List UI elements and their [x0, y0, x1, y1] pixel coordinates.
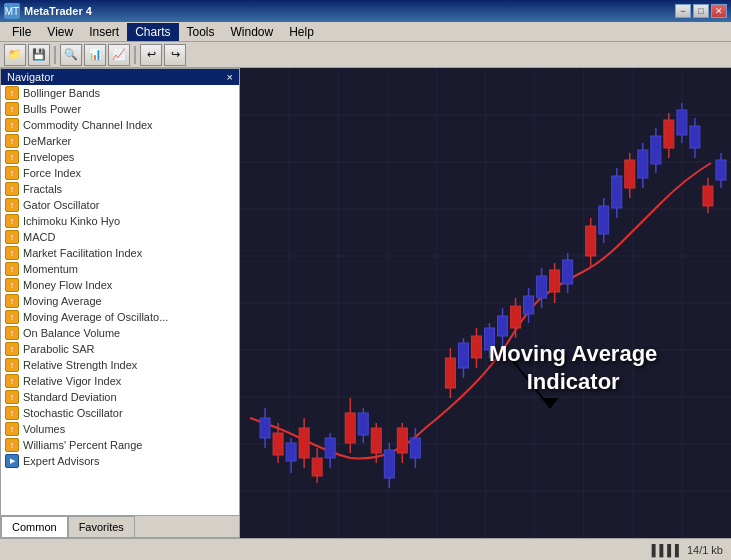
- svg-rect-54: [511, 306, 521, 328]
- tab-common[interactable]: Common: [1, 516, 68, 538]
- list-item[interactable]: f Momentum: [1, 261, 239, 277]
- svg-rect-76: [664, 120, 674, 148]
- list-item[interactable]: f Bollinger Bands: [1, 85, 239, 101]
- maximize-button[interactable]: □: [693, 4, 709, 18]
- chart-svg: [240, 68, 731, 538]
- status-bar: ▐▐▐▐ 14/1 kb: [0, 538, 731, 560]
- toolbar-btn-2[interactable]: 💾: [28, 44, 50, 66]
- indicator-label: Williams' Percent Range: [23, 439, 142, 451]
- indicator-label: Relative Strength Index: [23, 359, 137, 371]
- indicator-icon: f: [5, 86, 19, 100]
- list-item[interactable]: f On Balance Volume: [1, 325, 239, 341]
- menu-view[interactable]: View: [39, 23, 81, 41]
- list-item[interactable]: ▶ Expert Advisors: [1, 453, 239, 469]
- svg-rect-40: [397, 428, 407, 453]
- toolbar-btn-6[interactable]: ↩: [140, 44, 162, 66]
- list-item[interactable]: f Commodity Channel Index: [1, 117, 239, 133]
- minimize-button[interactable]: −: [675, 4, 691, 18]
- svg-rect-46: [458, 343, 468, 368]
- menu-charts[interactable]: Charts: [127, 23, 178, 41]
- toolbar-btn-4[interactable]: 📊: [84, 44, 106, 66]
- indicator-icon: f: [5, 326, 19, 340]
- list-item[interactable]: f Williams' Percent Range: [1, 437, 239, 453]
- list-item[interactable]: f Standard Deviation: [1, 389, 239, 405]
- list-item[interactable]: f Money Flow Index: [1, 277, 239, 293]
- list-item[interactable]: f Parabolic SAR: [1, 341, 239, 357]
- tab-favorites[interactable]: Favorites: [68, 516, 135, 537]
- list-item[interactable]: f Bulls Power: [1, 101, 239, 117]
- navigator-list[interactable]: f Bollinger Bands f Bulls Power f Commod…: [1, 85, 239, 515]
- list-item[interactable]: f Ichimoku Kinko Hyo: [1, 213, 239, 229]
- status-kb-label: 14/1 kb: [687, 544, 723, 556]
- list-item[interactable]: f Relative Strength Index: [1, 357, 239, 373]
- indicator-icon: f: [5, 390, 19, 404]
- menu-bar: File View Insert Charts Tools Window Hel…: [0, 22, 731, 42]
- menu-help[interactable]: Help: [281, 23, 322, 41]
- list-item[interactable]: f Stochastic Oscillator: [1, 405, 239, 421]
- toolbar-btn-5[interactable]: 📈: [108, 44, 130, 66]
- folder-icon: ▶: [5, 454, 19, 468]
- menu-insert[interactable]: Insert: [81, 23, 127, 41]
- svg-rect-62: [563, 260, 573, 284]
- indicator-icon: f: [5, 182, 19, 196]
- indicator-label: Market Facilitation Index: [23, 247, 142, 259]
- toolbar-btn-3[interactable]: 🔍: [60, 44, 82, 66]
- indicator-icon: f: [5, 294, 19, 308]
- list-item[interactable]: f Moving Average: [1, 293, 239, 309]
- svg-rect-28: [312, 458, 322, 476]
- indicator-label: Relative Vigor Index: [23, 375, 121, 387]
- chart-annotation: Moving Average Indicator: [489, 340, 657, 397]
- svg-rect-60: [550, 270, 560, 292]
- list-item[interactable]: f Relative Vigor Index: [1, 373, 239, 389]
- navigator-close-button[interactable]: ×: [227, 71, 233, 83]
- menu-window[interactable]: Window: [223, 23, 282, 41]
- list-item[interactable]: f Moving Average of Oscillato...: [1, 309, 239, 325]
- svg-rect-70: [625, 160, 635, 188]
- indicator-icon: f: [5, 134, 19, 148]
- svg-rect-78: [677, 110, 687, 135]
- indicator-icon: f: [5, 278, 19, 292]
- menu-file[interactable]: File: [4, 23, 39, 41]
- navigator-panel: Navigator × f Bollinger Bands f Bulls Po…: [0, 68, 240, 538]
- svg-rect-24: [286, 443, 296, 461]
- indicator-label: Parabolic SAR: [23, 343, 95, 355]
- toolbar-btn-1[interactable]: 📁: [4, 44, 26, 66]
- indicator-icon: f: [5, 102, 19, 116]
- svg-rect-58: [537, 276, 547, 298]
- list-item[interactable]: f MACD: [1, 229, 239, 245]
- indicator-icon: f: [5, 118, 19, 132]
- list-item[interactable]: f Envelopes: [1, 149, 239, 165]
- svg-rect-48: [471, 336, 481, 358]
- svg-rect-64: [586, 226, 596, 256]
- list-item[interactable]: f DeMarker: [1, 133, 239, 149]
- list-item[interactable]: f Force Index: [1, 165, 239, 181]
- indicator-label: DeMarker: [23, 135, 71, 147]
- toolbar-btn-7[interactable]: ↪: [164, 44, 186, 66]
- indicator-label: Standard Deviation: [23, 391, 117, 403]
- navigator-tabs: Common Favorites: [1, 515, 239, 537]
- list-item[interactable]: f Fractals: [1, 181, 239, 197]
- indicator-label: MACD: [23, 231, 55, 243]
- svg-rect-30: [325, 438, 335, 458]
- svg-rect-42: [410, 438, 420, 458]
- indicator-icon: f: [5, 438, 19, 452]
- list-item[interactable]: f Market Facilitation Index: [1, 245, 239, 261]
- status-bars-icon: ▐▐▐▐: [648, 544, 679, 556]
- indicator-label: Force Index: [23, 167, 81, 179]
- indicator-label: Momentum: [23, 263, 78, 275]
- list-item[interactable]: f Gator Oscillator: [1, 197, 239, 213]
- indicator-label: Gator Oscillator: [23, 199, 99, 211]
- main-content: Navigator × f Bollinger Bands f Bulls Po…: [0, 68, 731, 538]
- svg-rect-22: [273, 433, 283, 455]
- svg-rect-56: [524, 296, 534, 314]
- svg-rect-80: [690, 126, 700, 148]
- menu-tools[interactable]: Tools: [179, 23, 223, 41]
- indicator-icon: f: [5, 214, 19, 228]
- indicator-icon: f: [5, 150, 19, 164]
- indicator-label: Volumes: [23, 423, 65, 435]
- list-item[interactable]: f Volumes: [1, 421, 239, 437]
- indicator-icon: f: [5, 358, 19, 372]
- svg-rect-36: [371, 428, 381, 453]
- indicator-label: On Balance Volume: [23, 327, 120, 339]
- close-button[interactable]: ✕: [711, 4, 727, 18]
